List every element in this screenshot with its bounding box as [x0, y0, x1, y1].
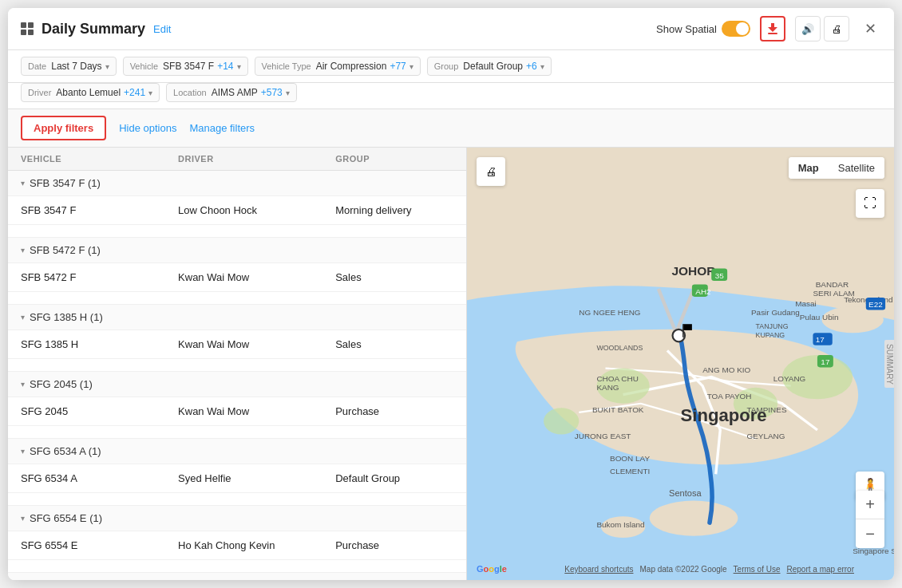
group-row[interactable]: ▾SFG 2045 (1) — [8, 372, 466, 397]
svg-text:KANG: KANG — [596, 383, 619, 392]
group-row[interactable]: ▾SFB 5472 F (1) — [8, 238, 466, 263]
download-icon — [766, 22, 779, 35]
group-label: SFG 6752 Z (1) — [30, 579, 101, 580]
group-row[interactable]: ▾SFG 6554 E (1) — [8, 506, 466, 531]
filter-vehicle-label: Vehicle — [130, 61, 158, 71]
svg-text:35: 35 — [715, 271, 725, 280]
fullscreen-button[interactable]: ⛶ — [856, 189, 884, 218]
spacer-row — [8, 426, 466, 439]
report-map-error[interactable]: Report a map error — [787, 565, 854, 574]
zoom-out-button[interactable]: − — [856, 519, 884, 548]
svg-rect-0 — [768, 33, 777, 34]
terms-of-use[interactable]: Terms of Use — [734, 565, 781, 574]
edit-link[interactable]: Edit — [153, 23, 171, 35]
manage-filters-button[interactable]: Manage filters — [189, 122, 255, 134]
show-spatial-container: Show Spatial — [656, 21, 750, 37]
table-row[interactable]: SFB 5472 F Kwan Wai Mow Sales — [8, 263, 466, 292]
table-row[interactable]: SFB 3547 F Low Choon Hock Morning delive… — [8, 196, 466, 225]
map-background: JOHOR NG NGEE HENG WOODLANDS CHOA CHU KA… — [467, 148, 894, 580]
svg-text:17: 17 — [816, 335, 825, 344]
show-spatial-toggle[interactable] — [722, 21, 750, 37]
driver-cell: Kwan Wai Mow — [178, 338, 335, 350]
map-type-buttons: Map Satellite — [789, 157, 884, 179]
map-type-control: Map Satellite — [789, 157, 884, 179]
filter-vehicle-value: SFB 3547 F — [163, 61, 214, 72]
table-row[interactable]: SFG 6534 A Syed Helfie Default Group — [8, 464, 466, 493]
vehicle-cell: SFG 6534 A — [21, 472, 178, 484]
filter-group-label: Group — [434, 61, 459, 71]
svg-text:SERI ALAM: SERI ALAM — [813, 289, 854, 298]
download-button[interactable] — [760, 16, 785, 41]
svg-text:BANDAR: BANDAR — [816, 280, 849, 289]
group-cell: Default Group — [335, 472, 453, 484]
vehicle-cell: SFG 6554 E — [21, 539, 178, 551]
grid-icon — [21, 22, 34, 35]
group-cell: Purchase — [335, 405, 453, 417]
svg-text:LOYANG: LOYANG — [773, 374, 806, 383]
filters-bar-row1: Date Last 7 Days ▾ Vehicle SFB 3547 F +1… — [8, 50, 894, 83]
table-row[interactable]: SFG 1385 H Kwan Wai Mow Sales — [8, 330, 466, 359]
svg-text:TOA PAYOH: TOA PAYOH — [707, 392, 752, 401]
svg-text:NG NGEE HENG: NG NGEE HENG — [579, 308, 640, 317]
summary-label: SUMMARY — [885, 344, 894, 385]
data-panel: VEHICLE DRIVER GROUP ▾SFB 3547 F (1) SFB… — [8, 148, 467, 580]
svg-text:BUKIT BATOK: BUKIT BATOK — [592, 405, 644, 414]
group-label: SFG 6534 A (1) — [30, 445, 101, 457]
apply-filters-button[interactable]: Apply filters — [21, 116, 106, 140]
titlebar-right: Show Spatial 🔊 🖨 ✕ — [656, 16, 881, 41]
chevron-down-icon: ▾ — [286, 89, 290, 97]
filter-location-label: Location — [173, 88, 207, 97]
map-print-button[interactable]: 🖨 — [477, 157, 505, 186]
filter-vehicle-type-count: +77 — [390, 61, 406, 72]
map-zoom-controls: + − — [856, 491, 884, 548]
print-button[interactable]: 🖨 — [824, 16, 849, 41]
map-type-map-button[interactable]: Map — [789, 157, 829, 179]
spacer-row — [8, 359, 466, 372]
map-data: Map data ©2022 Google — [639, 565, 726, 574]
driver-cell: Low Choon Hock — [178, 204, 335, 216]
filter-vehicle-type-value: Air Compression — [316, 61, 387, 72]
group-row[interactable]: ▾SFB 3547 F (1) — [8, 171, 466, 196]
filter-vehicle-type[interactable]: Vehicle Type Air Compression +77 ▾ — [255, 57, 421, 76]
group-cell: Sales — [335, 271, 453, 283]
sidebar-collapse-handle[interactable]: SUMMARY — [884, 340, 894, 388]
vehicle-cell: SFB 5472 F — [21, 271, 178, 283]
group-row[interactable]: ▾SFG 6534 A (1) — [8, 439, 466, 464]
main-window: Daily Summary Edit Show Spatial 🔊 — [8, 8, 894, 580]
svg-text:JOHOR: JOHOR — [671, 264, 715, 278]
map-type-satellite-button[interactable]: Satellite — [829, 157, 884, 179]
map-footer: Keyboard shortcuts Map data ©2022 Google… — [564, 565, 854, 574]
filter-group-count: +6 — [526, 61, 537, 72]
hide-options-button[interactable]: Hide options — [119, 122, 176, 134]
filter-group[interactable]: Group Default Group +6 ▾ — [427, 57, 552, 76]
svg-text:CHOA CHU: CHOA CHU — [596, 374, 638, 383]
filter-vehicle[interactable]: Vehicle SFB 3547 F +14 ▾ — [123, 57, 248, 76]
filter-location[interactable]: Location AIMS AMP +573 ▾ — [166, 83, 297, 102]
group-row[interactable]: ▾SFG 6752 Z (1) — [8, 573, 466, 580]
group-label: SFG 1385 H (1) — [30, 311, 103, 323]
fullscreen-icon: ⛶ — [864, 196, 876, 211]
speaker-button[interactable]: 🔊 — [795, 16, 821, 41]
svg-text:ANG MO KIO: ANG MO KIO — [702, 365, 750, 374]
group-row[interactable]: ▾SFG 1385 H (1) — [8, 305, 466, 330]
filter-driver-label: Driver — [28, 88, 51, 97]
filter-vehicle-type-label: Vehicle Type — [262, 61, 311, 71]
driver-cell: Syed Helfie — [178, 472, 335, 484]
filter-driver[interactable]: Driver Abanto Lemuel +241 ▾ — [21, 83, 160, 102]
filter-date[interactable]: Date Last 7 Days ▾ — [21, 57, 117, 76]
google-letter-e: e — [502, 564, 507, 574]
table-row[interactable]: SFG 2045 Kwan Wai Mow Purchase — [8, 397, 466, 426]
chevron-icon: ▾ — [21, 380, 25, 389]
svg-text:Pasir Gudang: Pasir Gudang — [751, 308, 800, 317]
spacer-row — [8, 292, 466, 305]
table-row[interactable]: SFG 6554 E Ho Kah Chong Kevin Purchase — [8, 531, 466, 560]
print-icon: 🖨 — [832, 23, 842, 35]
keyboard-shortcuts[interactable]: Keyboard shortcuts — [564, 565, 633, 574]
filter-driver-value: Abanto Lemuel — [56, 87, 121, 98]
toggle-knob — [736, 22, 749, 35]
close-button[interactable]: ✕ — [859, 18, 881, 40]
svg-text:Pulau Ubin: Pulau Ubin — [800, 313, 839, 322]
zoom-in-button[interactable]: + — [856, 491, 884, 519]
filter-date-label: Date — [28, 61, 46, 71]
col-driver: DRIVER — [178, 154, 335, 164]
